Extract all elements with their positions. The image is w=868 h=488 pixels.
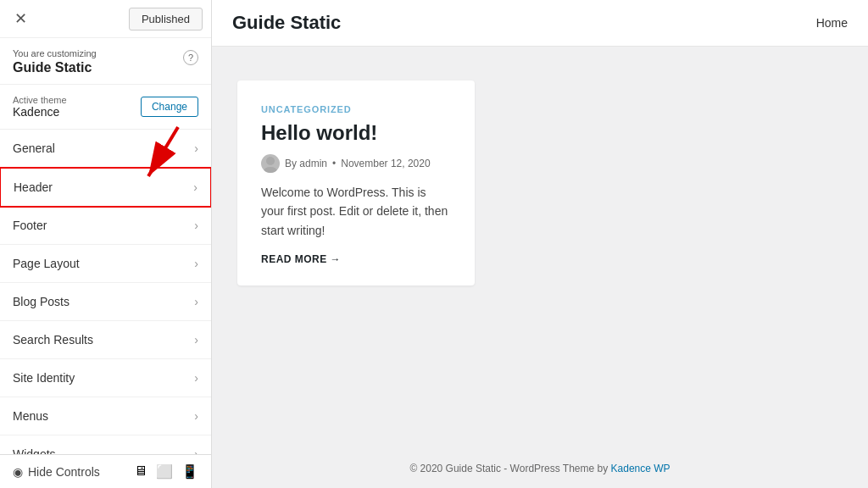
sidebar-item-footer-label: Footer bbox=[13, 219, 47, 232]
hide-controls-label: Hide Controls bbox=[28, 465, 100, 479]
preview-header: Guide Static Home bbox=[212, 0, 868, 47]
chevron-icon: › bbox=[194, 409, 198, 423]
post-date: November 12, 2020 bbox=[341, 158, 430, 169]
sidebar-item-general[interactable]: General › bbox=[0, 130, 211, 168]
sidebar-item-page-layout-label: Page Layout bbox=[13, 257, 80, 270]
sidebar-item-header[interactable]: Header › bbox=[0, 167, 211, 208]
preview-content: UNCATEGORIZED Hello world! By admin • No… bbox=[212, 47, 868, 449]
hide-controls-button[interactable]: ◉ Hide Controls bbox=[13, 465, 124, 479]
sidebar-item-menus-label: Menus bbox=[13, 409, 48, 423]
post-author: By admin bbox=[285, 158, 327, 169]
footer-text: © 2020 Guide Static - WordPress Theme by bbox=[409, 463, 608, 474]
change-theme-button[interactable]: Change bbox=[141, 97, 198, 117]
preview-area: Guide Static Home UNCATEGORIZED Hello wo… bbox=[212, 0, 868, 488]
chevron-icon: › bbox=[194, 141, 198, 155]
sidebar-item-site-identity-label: Site Identity bbox=[13, 371, 75, 385]
site-title: Guide Static bbox=[232, 12, 341, 34]
post-separator: • bbox=[332, 158, 336, 169]
customizing-label: You are customizing bbox=[13, 48, 97, 58]
mobile-icon[interactable]: 📱 bbox=[181, 463, 198, 480]
sidebar-item-search-results-label: Search Results bbox=[13, 333, 93, 347]
chevron-icon: › bbox=[193, 180, 198, 194]
home-link[interactable]: Home bbox=[816, 16, 848, 30]
sidebar-item-general-label: General bbox=[13, 141, 55, 155]
sidebar-nav: General › Header › Footer › Page Layout … bbox=[0, 130, 211, 454]
chevron-icon: › bbox=[194, 447, 198, 454]
footer-link[interactable]: Kadence WP bbox=[611, 463, 670, 474]
chevron-icon: › bbox=[194, 295, 198, 308]
close-publish-bar: ✕ Published bbox=[0, 0, 211, 38]
sidebar-item-search-results[interactable]: Search Results › bbox=[0, 321, 211, 359]
preview-footer: © 2020 Guide Static - WordPress Theme by… bbox=[212, 449, 868, 488]
sidebar-item-blog-posts[interactable]: Blog Posts › bbox=[0, 283, 211, 321]
theme-section: Active theme Kadence Change bbox=[0, 85, 211, 130]
sidebar: ✕ Published You are customizing Guide St… bbox=[0, 0, 212, 488]
svg-point-2 bbox=[266, 157, 275, 165]
device-icons: 🖥 ⬜ 📱 bbox=[134, 463, 198, 480]
read-more-link[interactable]: READ MORE → bbox=[261, 253, 451, 265]
sidebar-item-widgets-label: Widgets bbox=[13, 447, 56, 454]
post-category: UNCATEGORIZED bbox=[261, 104, 451, 114]
chevron-icon: › bbox=[194, 371, 198, 385]
sidebar-item-blog-posts-label: Blog Posts bbox=[13, 295, 70, 308]
theme-label: Active theme bbox=[13, 95, 67, 105]
post-excerpt: Welcome to WordPress. This is your first… bbox=[261, 183, 451, 240]
hide-controls-icon: ◉ bbox=[13, 465, 23, 479]
close-button[interactable]: ✕ bbox=[8, 7, 32, 30]
customizing-info: You are customizing Guide Static ? bbox=[0, 38, 211, 85]
customizing-title: Guide Static bbox=[13, 60, 97, 75]
sidebar-footer: ◉ Hide Controls 🖥 ⬜ 📱 bbox=[0, 454, 211, 488]
chevron-icon: › bbox=[194, 257, 198, 270]
sidebar-item-page-layout[interactable]: Page Layout › bbox=[0, 245, 211, 283]
post-title: Hello world! bbox=[261, 121, 451, 146]
published-button[interactable]: Published bbox=[129, 8, 203, 30]
theme-name: Kadence bbox=[13, 105, 67, 119]
help-icon[interactable]: ? bbox=[183, 50, 198, 65]
post-meta: By admin • November 12, 2020 bbox=[261, 154, 451, 173]
chevron-icon: › bbox=[194, 333, 198, 347]
avatar bbox=[261, 154, 280, 173]
sidebar-item-header-label: Header bbox=[14, 180, 53, 194]
desktop-icon[interactable]: 🖥 bbox=[134, 463, 147, 480]
blog-card: UNCATEGORIZED Hello world! By admin • No… bbox=[237, 80, 475, 286]
sidebar-item-site-identity[interactable]: Site Identity › bbox=[0, 359, 211, 397]
sidebar-item-widgets[interactable]: Widgets › bbox=[0, 435, 211, 454]
tablet-icon[interactable]: ⬜ bbox=[156, 463, 173, 480]
sidebar-item-menus[interactable]: Menus › bbox=[0, 397, 211, 435]
sidebar-item-footer[interactable]: Footer › bbox=[0, 207, 211, 245]
svg-point-3 bbox=[264, 167, 277, 173]
chevron-icon: › bbox=[194, 219, 198, 232]
